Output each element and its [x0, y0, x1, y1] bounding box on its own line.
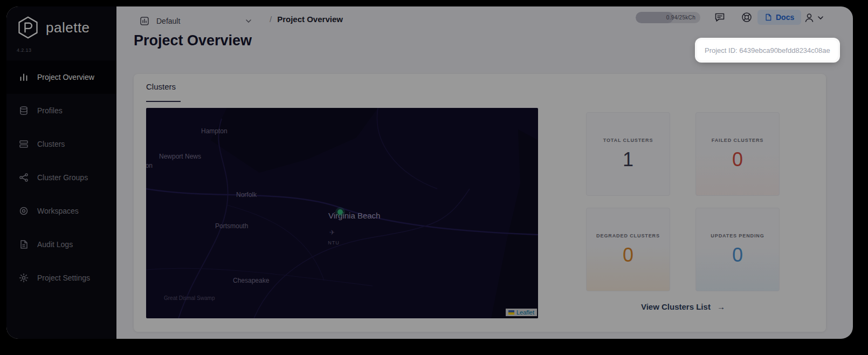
palette-logo-icon: [16, 15, 40, 40]
sidebar-item-label: Project Overview: [37, 73, 94, 81]
sidebar-item-profiles[interactable]: Profiles: [6, 94, 116, 127]
sidebar-item-clusters[interactable]: Clusters: [6, 127, 116, 161]
map-attribution: Leaflet: [506, 309, 537, 316]
breadcrumb: / Project Overview: [270, 15, 343, 24]
support-icon[interactable]: [741, 11, 753, 23]
map-city-label: Virginia Beach: [328, 211, 380, 220]
stat-value: 1: [623, 148, 633, 171]
stat-card-degraded-clusters: DEGRADED CLUSTERS 0: [586, 208, 670, 291]
stat-card-updates-pending: UPDATES PENDING 0: [695, 208, 780, 291]
scope-selected-value: Default: [156, 17, 180, 25]
breadcrumb-current[interactable]: Project Overview: [277, 15, 343, 24]
usage-meter-text: 0.94/25kCh: [636, 12, 700, 23]
breadcrumb-separator: /: [270, 15, 272, 24]
stat-label: UPDATES PENDING: [711, 233, 764, 238]
stat-value: 0: [623, 244, 633, 267]
stat-label: FAILED CLUSTERS: [712, 138, 764, 143]
bar-chart-icon: [19, 72, 29, 82]
tab-clusters[interactable]: Clusters: [146, 82, 176, 91]
stat-label: TOTAL CLUSTERS: [603, 138, 653, 143]
leaflet-link[interactable]: Leaflet: [516, 309, 534, 316]
sidebar-item-label: Cluster Groups: [37, 173, 88, 182]
database-icon: [19, 106, 29, 115]
sidebar: palette 4.2.13 Project Overview Profiles…: [6, 6, 116, 339]
usage-meter[interactable]: 0.94/25kCh: [636, 12, 700, 23]
sidebar-item-project-overview[interactable]: Project Overview: [6, 60, 116, 94]
map-park-label: Great Dismal Swamp: [164, 295, 215, 301]
leaflet-flag-icon: [508, 310, 514, 315]
sidebar-nav: Project Overview Profiles Clusters Clust…: [6, 60, 116, 295]
docs-button-label: Docs: [776, 13, 794, 22]
stat-card-failed-clusters: FAILED CLUSTERS 0: [695, 112, 780, 196]
user-menu-chevron-icon[interactable]: [817, 15, 824, 21]
project-scope-selector[interactable]: Default: [133, 11, 258, 31]
chevron-down-icon: [245, 18, 252, 24]
cluster-stats-grid: TOTAL CLUSTERS 1 FAILED CLUSTERS 0 DEGRA…: [586, 112, 780, 291]
sidebar-item-label: Project Settings: [37, 274, 90, 282]
document-icon: [19, 240, 29, 249]
airport-icon: ✈: [329, 229, 335, 236]
docs-icon: [764, 13, 772, 21]
stat-card-total-clusters: TOTAL CLUSTERS 1: [586, 112, 670, 196]
chat-icon[interactable]: [714, 11, 726, 23]
sidebar-item-project-settings[interactable]: Project Settings: [6, 261, 116, 295]
gear-icon: [19, 273, 29, 283]
user-icon[interactable]: [803, 12, 815, 24]
sidebar-item-label: Profiles: [37, 106, 63, 115]
target-icon: [19, 206, 29, 216]
app-version: 4.2.13: [17, 47, 31, 53]
map-city-label: Norfolk: [236, 191, 257, 199]
server-list-icon: [19, 139, 29, 149]
clusters-map[interactable]: Hampton Newport News llton Norfolk Virgi…: [146, 108, 538, 318]
map-city-label: Portsmouth: [215, 222, 248, 230]
sidebar-item-label: Audit Logs: [37, 240, 73, 249]
sidebar-item-audit-logs[interactable]: Audit Logs: [6, 228, 116, 261]
sidebar-item-label: Workspaces: [37, 207, 79, 215]
clusters-card: Clusters Hampton Newport News llton Nor: [134, 74, 826, 332]
screen: palette 4.2.13 Project Overview Profiles…: [0, 0, 868, 355]
network-icon: [19, 173, 29, 182]
sidebar-item-cluster-groups[interactable]: Cluster Groups: [6, 161, 116, 194]
page-title: Project Overview: [134, 32, 252, 49]
map-city-label: Chesapeake: [233, 277, 269, 284]
arrow-right-icon: →: [717, 302, 725, 311]
project-id-tooltip: Project ID: 6439ebca90befdd8234c08ae: [697, 40, 838, 60]
map-city-label: llton: [146, 162, 153, 169]
scope-chart-icon: [140, 16, 149, 26]
stat-value: 0: [732, 148, 743, 171]
tab-active-indicator: [146, 101, 181, 102]
docs-button[interactable]: Docs: [757, 10, 801, 25]
airport-code-label: NTU: [321, 240, 347, 245]
cluster-location-marker[interactable]: [337, 209, 343, 215]
brand[interactable]: palette: [16, 15, 90, 40]
stat-label: DEGRADED CLUSTERS: [596, 233, 660, 238]
view-clusters-list-link[interactable]: View Clusters List →: [586, 302, 780, 311]
brand-wordmark: palette: [46, 19, 90, 36]
view-clusters-list-label: View Clusters List: [641, 302, 711, 311]
sidebar-item-workspaces[interactable]: Workspaces: [6, 194, 116, 228]
sidebar-item-label: Clusters: [37, 140, 65, 148]
map-city-label: Hampton: [201, 127, 228, 135]
map-city-label: Newport News: [159, 153, 201, 160]
stat-value: 0: [732, 244, 743, 267]
